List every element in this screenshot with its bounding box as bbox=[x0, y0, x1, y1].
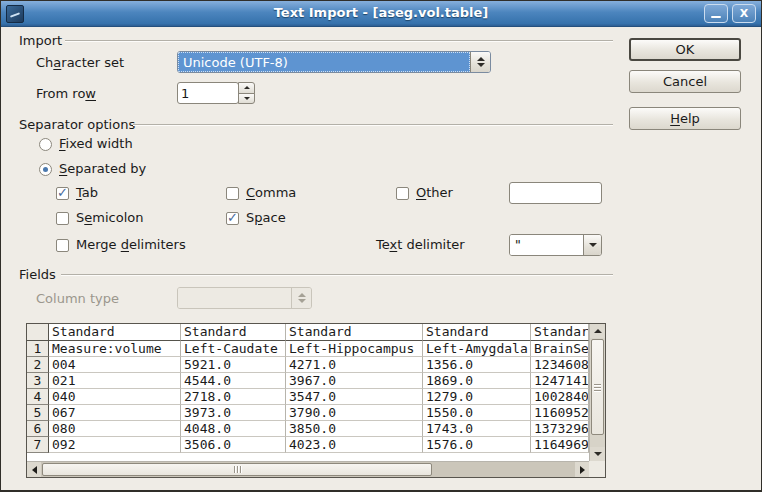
merge-delimiters-checkbox[interactable] bbox=[56, 239, 69, 252]
table-row: 6 080 4048.0 3850.0 1743.0 1373296 bbox=[27, 421, 589, 437]
comma-checkbox[interactable] bbox=[226, 187, 239, 200]
other-label[interactable]: Other bbox=[416, 185, 453, 200]
semicolon-label[interactable]: Semicolon bbox=[76, 210, 143, 225]
row-number: 7 bbox=[27, 437, 49, 453]
table-cell[interactable]: 080 bbox=[49, 421, 181, 437]
chevron-down-icon bbox=[298, 299, 306, 303]
table-cell[interactable]: 4023.0 bbox=[286, 437, 423, 453]
table-cell[interactable]: Left-Amygdala bbox=[423, 341, 531, 357]
table-cell[interactable]: 5921.0 bbox=[181, 357, 286, 373]
from-row-input[interactable] bbox=[177, 82, 239, 104]
column-type-value bbox=[178, 288, 291, 308]
table-cell[interactable]: 1743.0 bbox=[423, 421, 531, 437]
row-number: 2 bbox=[27, 357, 49, 373]
table-cell[interactable]: 3973.0 bbox=[181, 405, 286, 421]
merge-delimiters-label[interactable]: Merge delimiters bbox=[76, 237, 186, 252]
column-header[interactable]: Standard bbox=[531, 324, 589, 341]
charset-label: Character set bbox=[36, 55, 124, 70]
scroll-down-button[interactable] bbox=[590, 447, 605, 461]
table-cell[interactable]: 092 bbox=[49, 437, 181, 453]
table-cell[interactable]: 1247141 bbox=[531, 373, 589, 389]
horizontal-scrollbar-thumb[interactable] bbox=[42, 463, 432, 476]
chevron-down-icon bbox=[477, 63, 485, 67]
checkmark-icon: ✓ bbox=[57, 185, 68, 200]
table-cell[interactable]: 1279.0 bbox=[423, 389, 531, 405]
table-cell[interactable]: 4544.0 bbox=[181, 373, 286, 389]
table-cell[interactable]: 1373296 bbox=[531, 421, 589, 437]
preview-table: Standard Standard Standard Standard Stan… bbox=[27, 324, 589, 461]
titlebar[interactable]: Text Import - [aseg.vol.table] X bbox=[1, 1, 761, 27]
space-label[interactable]: Space bbox=[246, 210, 286, 225]
other-separator-input[interactable] bbox=[509, 182, 602, 204]
table-cell[interactable]: 1002840 bbox=[531, 389, 589, 405]
semicolon-checkbox[interactable] bbox=[56, 212, 69, 225]
horizontal-scrollbar[interactable] bbox=[27, 461, 589, 477]
ok-button[interactable]: OK bbox=[629, 38, 741, 61]
tab-label[interactable]: Tab bbox=[76, 185, 98, 200]
table-cell[interactable]: 3506.0 bbox=[181, 437, 286, 453]
other-checkbox[interactable] bbox=[396, 187, 409, 200]
table-cell[interactable]: 1164969 bbox=[531, 437, 589, 453]
table-cell[interactable]: 1576.0 bbox=[423, 437, 531, 453]
radio-dot-icon bbox=[43, 167, 48, 172]
table-row: 7 092 3506.0 4023.0 1576.0 1164969 bbox=[27, 437, 589, 453]
tab-checkbox[interactable]: ✓ bbox=[56, 187, 69, 200]
table-cell[interactable]: 1356.0 bbox=[423, 357, 531, 373]
fields-group-line bbox=[61, 274, 613, 276]
table-cell[interactable]: 067 bbox=[49, 405, 181, 421]
arrow-left-icon bbox=[32, 466, 37, 474]
scroll-right-button[interactable] bbox=[575, 462, 589, 477]
column-header[interactable]: Standard bbox=[286, 324, 423, 341]
text-delimiter-label: Text delimiter bbox=[376, 237, 465, 252]
table-cell[interactable]: 1869.0 bbox=[423, 373, 531, 389]
table-cell[interactable]: 040 bbox=[49, 389, 181, 405]
charset-spin-button[interactable] bbox=[470, 52, 490, 72]
table-cell[interactable]: 1550.0 bbox=[423, 405, 531, 421]
column-header[interactable]: Standard bbox=[181, 324, 286, 341]
text-delimiter-combobox[interactable]: " bbox=[509, 234, 602, 256]
chevron-up-icon bbox=[477, 57, 485, 61]
fixed-width-label[interactable]: Fixed width bbox=[59, 136, 133, 151]
table-cell[interactable]: 3790.0 bbox=[286, 405, 423, 421]
scroll-left-button[interactable] bbox=[27, 462, 41, 477]
table-cell[interactable]: 004 bbox=[49, 357, 181, 373]
close-button[interactable]: X bbox=[732, 4, 756, 23]
table-header-row: Standard Standard Standard Standard Stan… bbox=[27, 324, 589, 341]
fixed-width-radio[interactable] bbox=[39, 138, 52, 151]
table-cell[interactable]: 021 bbox=[49, 373, 181, 389]
from-row-decrement-button[interactable] bbox=[238, 93, 255, 105]
space-checkbox[interactable]: ✓ bbox=[226, 212, 239, 225]
table-cell[interactable]: Left-Hippocampus bbox=[286, 341, 423, 357]
column-header[interactable]: Standard bbox=[49, 324, 181, 341]
cancel-button[interactable]: Cancel bbox=[629, 70, 741, 93]
scrollbar-corner bbox=[589, 461, 605, 477]
row-number: 6 bbox=[27, 421, 49, 437]
row-number: 1 bbox=[27, 341, 49, 357]
scroll-up-button[interactable] bbox=[590, 324, 605, 338]
from-row-increment-button[interactable] bbox=[238, 82, 255, 94]
vertical-scrollbar[interactable] bbox=[589, 324, 605, 461]
text-delimiter-dropdown-button[interactable] bbox=[583, 235, 601, 255]
vertical-scrollbar-thumb[interactable] bbox=[591, 339, 604, 435]
table-cell[interactable]: BrainSe bbox=[531, 341, 589, 357]
table-cell[interactable]: 3547.0 bbox=[286, 389, 423, 405]
charset-combobox[interactable]: Unicode (UTF-8) bbox=[177, 51, 491, 73]
table-cell[interactable]: Measure:volume bbox=[49, 341, 181, 357]
table-cell[interactable]: 3967.0 bbox=[286, 373, 423, 389]
help-button[interactable]: Help bbox=[629, 107, 741, 130]
minimize-button[interactable] bbox=[704, 4, 728, 23]
table-cell[interactable]: 3850.0 bbox=[286, 421, 423, 437]
from-row-label: From row bbox=[36, 86, 96, 101]
table-cell[interactable]: 2718.0 bbox=[181, 389, 286, 405]
table-row: 2 004 5921.0 4271.0 1356.0 1234608 bbox=[27, 357, 589, 373]
table-cell[interactable]: 1234608 bbox=[531, 357, 589, 373]
separated-by-radio[interactable] bbox=[39, 163, 52, 176]
comma-label[interactable]: Comma bbox=[246, 185, 296, 200]
table-cell[interactable]: Left-Caudate bbox=[181, 341, 286, 357]
row-number: 5 bbox=[27, 405, 49, 421]
table-cell[interactable]: 4048.0 bbox=[181, 421, 286, 437]
table-cell[interactable]: 1160952 bbox=[531, 405, 589, 421]
column-header[interactable]: Standard bbox=[423, 324, 531, 341]
separated-by-label[interactable]: Separated by bbox=[59, 161, 146, 176]
table-cell[interactable]: 4271.0 bbox=[286, 357, 423, 373]
